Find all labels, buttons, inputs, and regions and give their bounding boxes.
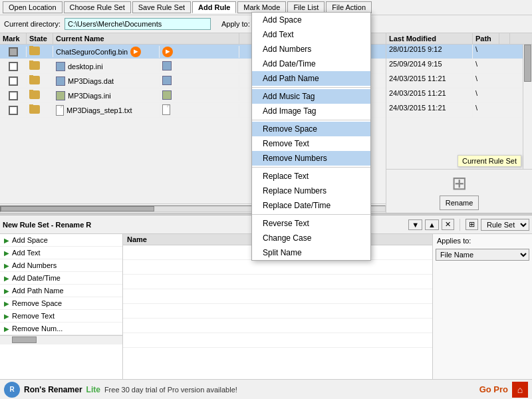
menu-item-remove-numbers[interactable]: Remove Numbers <box>252 151 370 166</box>
menu-item-change-case[interactable]: Change Case <box>252 231 370 245</box>
row-extra <box>160 61 239 72</box>
rule-item-add-numbers[interactable]: ▶ Add Numbers <box>0 259 122 272</box>
rule-item-remove-text[interactable]: ▶ Remove Text <box>0 310 122 323</box>
rule-item-add-text[interactable]: ▶ Add Text <box>0 247 122 259</box>
row-state <box>27 46 53 57</box>
menu-item-replace-numbers[interactable]: Replace Numbers <box>252 184 370 198</box>
menu-item-add-numbers[interactable]: Add Numbers <box>252 42 370 57</box>
menu-separator <box>252 214 370 215</box>
list-item[interactable]: 28/01/2015 9:12 \ <box>386 45 523 59</box>
tooltip-text: Current Rule Set <box>462 157 517 165</box>
applies-to-label: Applies to: <box>433 234 532 247</box>
rule-label: Remove Num... <box>12 325 63 332</box>
menu-item-add-datetime[interactable]: Add Date/Time <box>252 57 370 71</box>
arrow-icon: ▶ <box>4 300 9 307</box>
file-type-icon-2 <box>162 76 172 85</box>
scroll-thumb[interactable] <box>12 336 37 343</box>
menu-item-add-text[interactable]: Add Text <box>252 27 370 42</box>
rule-label: Add Numbers <box>12 261 57 269</box>
rule-item-add-space[interactable]: ▶ Add Space <box>0 234 122 247</box>
row-checkbox[interactable] <box>0 47 27 57</box>
row-extra <box>160 90 239 102</box>
scroll-thumb[interactable] <box>524 45 531 82</box>
row-name: MP3Diags.dat <box>53 76 160 86</box>
list-item[interactable]: 24/03/2015 11:21 \ <box>386 88 523 103</box>
directory-input[interactable] <box>65 18 211 30</box>
applies-panel: Applies to: File Name Extension Both <box>432 234 532 380</box>
add-rule-btn[interactable]: Add Rule <box>192 1 236 13</box>
applies-to-select[interactable]: File Name Extension Both <box>436 249 529 261</box>
row-extra <box>160 104 239 117</box>
ruleset-dropdown[interactable]: Rule Set <box>481 219 529 231</box>
modified-cell: 24/03/2015 11:21 <box>386 103 473 117</box>
file-type-icon <box>56 91 65 100</box>
row-name: ChatSeguroConfig.bin ▶ <box>53 46 160 58</box>
rule-item-remove-num[interactable]: ▶ Remove Num... <box>0 323 122 335</box>
vertical-scrollbar[interactable] <box>523 45 532 169</box>
file-type-icon <box>56 105 64 116</box>
rule-item-remove-space[interactable]: ▶ Remove Space <box>0 297 122 310</box>
row-checkbox[interactable] <box>0 61 27 72</box>
vlc-icon: ▶ <box>130 47 141 57</box>
preview-row <box>123 304 432 319</box>
ruleset-delete-btn[interactable]: ✕ <box>442 219 454 230</box>
menu-item-add-music-tag[interactable]: Add Music Tag <box>252 89 370 104</box>
row-extra <box>160 75 239 87</box>
menu-item-add-image-tag[interactable]: Add Image Tag <box>252 104 370 118</box>
rule-item-add-datetime[interactable]: ▶ Add Date/Time <box>0 272 122 285</box>
list-item[interactable]: 25/09/2014 9:15 \ <box>386 59 523 74</box>
list-item[interactable]: 24/03/2015 11:21 \ <box>386 74 523 88</box>
checkbox[interactable] <box>9 47 18 57</box>
header-path: Path <box>473 33 499 44</box>
menu-item-add-path-name[interactable]: Add Path Name <box>252 71 370 86</box>
header-state: State <box>27 33 53 44</box>
file-name-text: ChatSeguroConfig.bin <box>56 48 128 56</box>
menu-separator <box>252 120 370 120</box>
ruleset-up-btn[interactable]: ▲ <box>425 219 439 230</box>
checkbox[interactable] <box>9 76 18 86</box>
rule-item-add-path-name[interactable]: ▶ Add Path Name <box>0 285 122 297</box>
arrow-icon: ▶ <box>4 313 9 320</box>
apply-to-label: Apply to: <box>221 20 250 28</box>
menu-item-add-space[interactable]: Add Space <box>252 13 370 27</box>
header-current-name: Current Name <box>53 33 239 44</box>
row-checkbox[interactable] <box>0 90 27 101</box>
ruleset-icon-btn[interactable]: ⊞ <box>466 219 478 230</box>
menu-item-remove-space[interactable]: Remove Space <box>252 122 370 136</box>
row-state <box>27 61 53 72</box>
rule-label: Add Space <box>12 236 48 244</box>
menu-item-reverse-text[interactable]: Reverse Text <box>252 216 370 231</box>
go-pro-button[interactable]: Go Pro <box>479 384 508 394</box>
app-logo-icon: R <box>4 382 20 398</box>
file-type-icon-2 <box>162 90 172 100</box>
arrow-icon: ▶ <box>4 237 9 244</box>
rule-label: Add Date/Time <box>12 274 61 282</box>
header-mark: Mark <box>0 33 27 44</box>
row-checkbox[interactable] <box>0 76 27 86</box>
ruleset-down-btn[interactable]: ▼ <box>408 219 422 230</box>
list-item[interactable]: 24/03/2015 11:21 \ <box>386 103 523 118</box>
rename-button[interactable]: Rename <box>440 196 479 210</box>
checkbox[interactable] <box>9 106 18 115</box>
row-name: MP3Diags_step1.txt <box>53 104 160 116</box>
current-directory-label: Current directory: <box>4 20 61 28</box>
rule-label: Add Path Name <box>12 287 64 295</box>
row-checkbox[interactable] <box>0 105 27 116</box>
path-cell: \ <box>473 88 499 102</box>
save-rule-set-btn[interactable]: Save Rule Set <box>132 1 191 13</box>
choose-rule-set-btn[interactable]: Choose Rule Set <box>64 1 131 13</box>
menu-item-replace-datetime[interactable]: Replace Date/Time <box>252 198 370 213</box>
rule-label: Add Text <box>12 249 41 257</box>
menu-item-split-name[interactable]: Split Name <box>252 245 370 260</box>
arrow-icon: ▶ <box>4 262 9 269</box>
preview-list <box>123 245 432 380</box>
add-rule-menu: Add Space Add Text Add Numbers Add Date/… <box>251 12 371 261</box>
menu-item-replace-text[interactable]: Replace Text <box>252 169 370 184</box>
checkbox[interactable] <box>9 62 18 71</box>
menu-item-remove-text[interactable]: Remove Text <box>252 136 370 151</box>
scroll-thumb[interactable] <box>1 206 154 211</box>
open-location-btn[interactable]: Open Location <box>3 1 63 13</box>
preview-row <box>123 333 432 348</box>
bottom-h-scrollbar[interactable] <box>0 335 122 344</box>
checkbox[interactable] <box>9 91 18 100</box>
